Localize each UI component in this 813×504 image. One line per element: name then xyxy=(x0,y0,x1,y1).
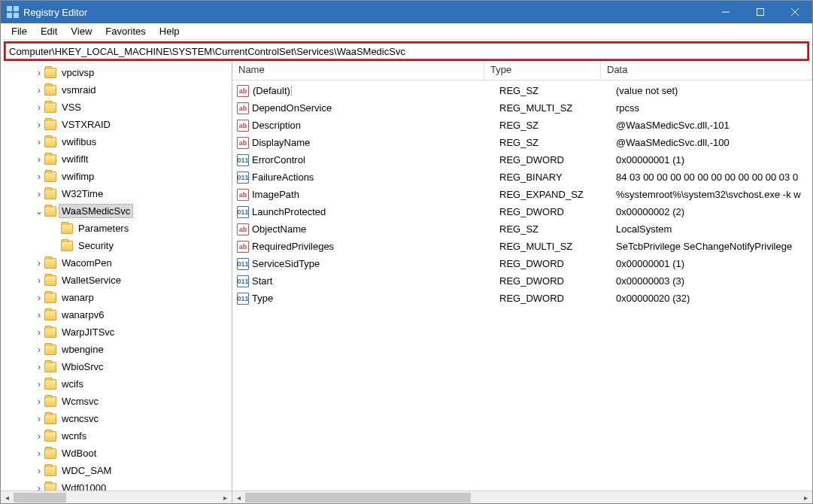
expand-arrow-icon[interactable]: › xyxy=(34,448,44,459)
tree-item[interactable]: ›VSTXRAID xyxy=(1,116,232,133)
tree-item[interactable]: Parameters xyxy=(1,220,232,237)
tree-item[interactable]: ›WdBoot xyxy=(1,445,232,462)
close-button[interactable] xyxy=(778,1,812,23)
value-row[interactable]: 011LaunchProtectedREG_DWORD0x00000002 (2… xyxy=(232,203,812,220)
expand-arrow-icon[interactable]: › xyxy=(34,293,44,303)
folder-icon xyxy=(44,414,56,424)
expand-arrow-icon[interactable]: › xyxy=(34,466,44,476)
tree-item[interactable]: ›wcifs xyxy=(1,375,232,393)
scroll-left-icon[interactable]: ◂ xyxy=(1,491,14,504)
expand-arrow-icon[interactable]: › xyxy=(34,414,44,424)
tree-item-label: wanarpv6 xyxy=(59,308,106,321)
value-row[interactable]: abDependOnServiceREG_MULTI_SZrpcss xyxy=(232,99,812,117)
value-type: REG_DWORD xyxy=(499,206,616,217)
tree-item[interactable]: ⌄WaaSMedicSvc xyxy=(1,202,232,220)
value-row[interactable]: 011FailureActionsREG_BINARY84 03 00 00 0… xyxy=(232,169,812,186)
tree-item[interactable]: ›WbioSrvc xyxy=(1,358,232,375)
menu-view[interactable]: View xyxy=(65,24,98,38)
expand-arrow-icon[interactable]: › xyxy=(34,362,44,372)
scroll-track[interactable] xyxy=(14,491,219,504)
tree-item[interactable]: Security xyxy=(1,237,232,254)
value-type: REG_BINARY xyxy=(499,172,616,183)
column-data[interactable]: Data xyxy=(601,61,812,80)
value-row[interactable]: 011TypeREG_DWORD0x00000020 (32) xyxy=(232,290,812,307)
expand-arrow-icon[interactable] xyxy=(50,223,61,234)
tree-item[interactable]: ›wanarp xyxy=(1,289,232,306)
expand-arrow-icon[interactable]: › xyxy=(34,154,44,165)
scroll-right-icon[interactable]: ▸ xyxy=(219,491,232,504)
expand-arrow-icon[interactable]: › xyxy=(34,189,44,199)
value-row[interactable]: 011StartREG_DWORD0x00000003 (3) xyxy=(232,272,812,290)
expand-arrow-icon[interactable] xyxy=(50,241,61,251)
value-row[interactable]: 011ServiceSidTypeREG_DWORD0x00000001 (1) xyxy=(232,255,812,272)
expand-arrow-icon[interactable]: › xyxy=(34,275,44,286)
menu-help[interactable]: Help xyxy=(153,24,186,38)
expand-arrow-icon[interactable]: ⌄ xyxy=(34,206,44,217)
tree-item[interactable]: ›vwifimp xyxy=(1,168,232,185)
menu-favorites[interactable]: Favorites xyxy=(99,24,151,38)
tree-item[interactable]: ›Wcmsvc xyxy=(1,393,232,410)
value-row[interactable]: abObjectNameREG_SZLocalSystem xyxy=(232,220,812,238)
expand-arrow-icon[interactable]: › xyxy=(34,483,44,491)
tree-item[interactable]: ›W32Time xyxy=(1,185,232,202)
expand-arrow-icon[interactable]: › xyxy=(34,345,44,355)
minimize-button[interactable] xyxy=(708,1,743,23)
value-data: %systemroot%\system32\svchost.exe -k w xyxy=(616,189,812,200)
tree-item[interactable]: ›VSS xyxy=(1,99,232,116)
tree-item-label: wcifs xyxy=(59,378,86,390)
tree-item[interactable]: ›wbengine xyxy=(1,341,232,358)
expand-arrow-icon[interactable]: › xyxy=(34,85,44,96)
menu-edit[interactable]: Edit xyxy=(35,24,63,38)
value-name: DependOnService xyxy=(252,102,499,114)
address-bar[interactable]: Computer\HKEY_LOCAL_MACHINE\SYSTEM\Curre… xyxy=(5,43,808,59)
value-row[interactable]: 011ErrorControlREG_DWORD0x00000001 (1) xyxy=(232,151,812,169)
scroll-thumb[interactable] xyxy=(14,493,66,502)
tree-item[interactable]: ›Wdf01000 xyxy=(1,479,232,490)
scroll-track[interactable] xyxy=(245,491,799,504)
list-view[interactable]: ab(Default)REG_SZ(value not set)abDepend… xyxy=(232,80,812,490)
value-row[interactable]: abDescriptionREG_SZ@WaaSMedicSvc.dll,-10… xyxy=(232,117,812,134)
list-hscrollbar[interactable]: ◂ ▸ xyxy=(232,490,812,503)
scroll-right-icon[interactable]: ▸ xyxy=(799,491,812,504)
value-row[interactable]: ab(Default)REG_SZ(value not set) xyxy=(232,82,812,99)
expand-arrow-icon[interactable]: › xyxy=(34,327,44,338)
tree-item[interactable]: ›wcnfs xyxy=(1,427,232,445)
value-row[interactable]: abRequiredPrivilegesREG_MULTI_SZSeTcbPri… xyxy=(232,238,812,255)
expand-arrow-icon[interactable]: › xyxy=(34,379,44,390)
tree-item[interactable]: ›wcncsvc xyxy=(1,410,232,427)
value-row[interactable]: abImagePathREG_EXPAND_SZ%systemroot%\sys… xyxy=(232,186,812,203)
scroll-left-icon[interactable]: ◂ xyxy=(232,491,245,504)
value-data: 0x00000020 (32) xyxy=(616,293,812,304)
tree-view[interactable]: ›vpcivsp›vsmraid›VSS›VSTXRAID›vwifibus›v… xyxy=(1,61,232,490)
maximize-button[interactable] xyxy=(743,1,778,23)
expand-arrow-icon[interactable]: › xyxy=(34,120,44,130)
expand-arrow-icon[interactable]: › xyxy=(34,68,44,78)
menu-file[interactable]: File xyxy=(5,24,33,38)
string-value-icon: ab xyxy=(237,241,249,253)
value-row[interactable]: abDisplayNameREG_SZ@WaaSMedicSvc.dll,-10… xyxy=(232,134,812,151)
expand-arrow-icon[interactable]: › xyxy=(34,258,44,269)
value-name: DisplayName xyxy=(252,137,499,148)
tree-item[interactable]: ›vwifibus xyxy=(1,133,232,150)
expand-arrow-icon[interactable]: › xyxy=(34,310,44,320)
scroll-thumb[interactable] xyxy=(245,493,471,502)
tree-hscrollbar[interactable]: ◂ ▸ xyxy=(1,490,232,503)
folder-icon xyxy=(44,431,56,442)
folder-icon xyxy=(61,223,73,234)
tree-item[interactable]: ›WarpJITSvc xyxy=(1,323,232,341)
tree-item[interactable]: ›WalletService xyxy=(1,272,232,289)
tree-item[interactable]: ›WacomPen xyxy=(1,254,232,272)
expand-arrow-icon[interactable]: › xyxy=(34,102,44,113)
expand-arrow-icon[interactable]: › xyxy=(34,396,44,407)
column-name[interactable]: Name xyxy=(232,61,484,80)
tree-item[interactable]: ›WDC_SAM xyxy=(1,462,232,479)
string-value-icon: ab xyxy=(237,120,249,132)
tree-item[interactable]: ›vsmraid xyxy=(1,81,232,99)
expand-arrow-icon[interactable]: › xyxy=(34,172,44,182)
tree-item[interactable]: ›vwififlt xyxy=(1,150,232,168)
expand-arrow-icon[interactable]: › xyxy=(34,137,44,147)
expand-arrow-icon[interactable]: › xyxy=(34,431,44,442)
column-type[interactable]: Type xyxy=(484,61,601,80)
tree-item[interactable]: ›vpcivsp xyxy=(1,64,232,81)
tree-item[interactable]: ›wanarpv6 xyxy=(1,306,232,323)
